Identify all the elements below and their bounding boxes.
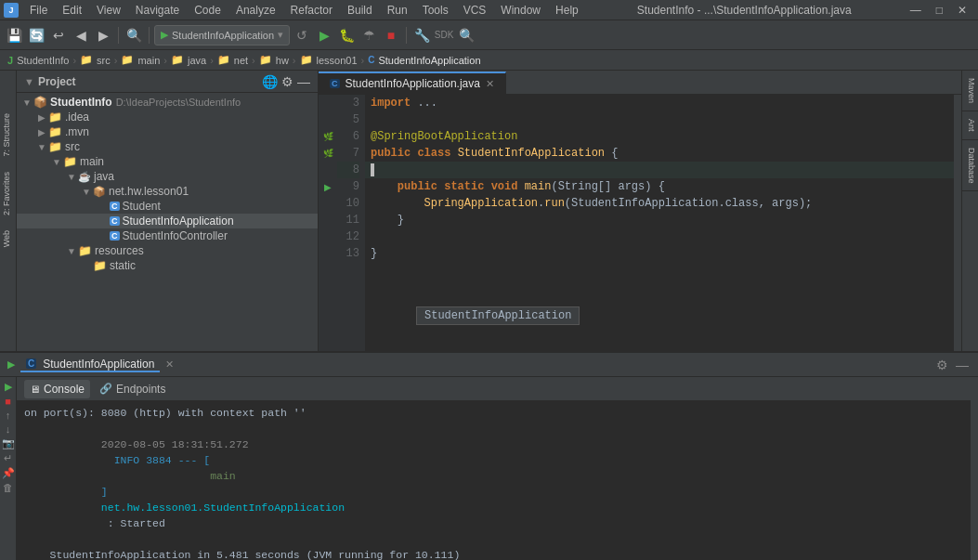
toolbar-stop-btn[interactable]: ■ (381, 25, 401, 46)
panel-add-btn[interactable]: 🌐 (262, 74, 278, 89)
code-line-13: } (371, 245, 954, 262)
tree-label-sia: StudentInfoApplication (123, 215, 234, 228)
tree-item-idea[interactable]: ▶ 📁 .idea (17, 110, 318, 124)
right-tab-ant[interactable]: Ant (962, 111, 978, 140)
tab-endpoints[interactable]: 🔗 Endpoints (94, 380, 171, 398)
menu-vcs[interactable]: VCS (456, 2, 494, 19)
console-wrap[interactable]: ↵ (4, 452, 12, 464)
minimize-button[interactable]: — (903, 2, 929, 19)
toolbar-save[interactable]: 💾 (4, 25, 24, 46)
console-scroll-down[interactable]: ↓ (6, 423, 11, 435)
panel-title: Project (38, 75, 76, 88)
run-tab[interactable]: C StudentInfoApplication (20, 358, 160, 372)
console-tabs: 🖥 Console 🔗 Endpoints (17, 377, 971, 401)
toolbar-debug-btn[interactable]: 🐛 (336, 25, 357, 46)
line-numbers: 3 5 6 7 8 9 10 11 12 13 (337, 95, 365, 351)
tree-label-student: Student (123, 200, 161, 213)
toolbar-sdk[interactable]: SDK (434, 25, 454, 46)
console-pin[interactable]: 📌 (2, 467, 15, 479)
console-snapshot[interactable]: 📷 (2, 437, 15, 449)
breadcrumb-java[interactable]: java (188, 55, 206, 66)
popup-text: StudentInfoApplication (424, 309, 571, 322)
panel-settings-btn[interactable]: ⚙ (281, 74, 293, 89)
menu-refactor[interactable]: Refactor (283, 2, 340, 19)
code-line-6: @SpringBootApplication (371, 128, 954, 145)
menu-view[interactable]: View (89, 2, 128, 19)
console-stop-btn[interactable]: ■ (5, 396, 11, 407)
tree-item-resources[interactable]: ▼ 📁 resources (17, 243, 318, 258)
tree-item-mvn[interactable]: ▶ 📁 .mvn (17, 124, 318, 139)
toolbar-sync[interactable]: 🔄 (26, 25, 46, 46)
menu-edit[interactable]: Edit (55, 2, 89, 19)
side-tab-web[interactable]: Web (0, 225, 17, 253)
tree-item-java[interactable]: ▼ ☕ java (17, 169, 318, 184)
console-scrollbar[interactable] (971, 377, 978, 560)
breadcrumb-studentinfo[interactable]: StudentInfo (17, 55, 69, 66)
breadcrumb-class[interactable]: StudentInfoApplication (378, 55, 480, 66)
side-tab-favorites[interactable]: 2: Favorites (0, 166, 17, 221)
panel-settings-icon[interactable]: ⚙ (933, 358, 950, 372)
java-file-icon: C (330, 79, 340, 88)
menu-help[interactable]: Help (548, 2, 586, 19)
folder-java-icon: ☕ (78, 171, 91, 183)
toolbar-wrench[interactable]: 🔧 (411, 25, 432, 46)
breadcrumb-main[interactable]: main (137, 55, 160, 66)
breadcrumb-net[interactable]: net (234, 55, 248, 66)
tree-item-controller[interactable]: C StudentInfoController (17, 228, 318, 243)
folder-main-icon: 📁 (63, 155, 77, 168)
tab-close-icon[interactable]: ✕ (486, 78, 494, 90)
tree-label-src: src (65, 140, 80, 153)
toolbar-coverage-btn[interactable]: ☂ (359, 25, 379, 46)
toolbar: 💾 🔄 ↩ ◀ ▶ 🔍 ▶ StudentInfoApplication ▾ ↺… (0, 20, 978, 50)
toolbar-back[interactable]: ◀ (71, 25, 91, 46)
toolbar-undo[interactable]: ↩ (48, 25, 69, 46)
tree-item-src[interactable]: ▼ 📁 src (17, 139, 318, 154)
console-run-btn[interactable]: ▶ (5, 381, 12, 393)
tree-item-studentinfoapplication[interactable]: C StudentInfoApplication (17, 214, 318, 228)
menu-window[interactable]: Window (493, 2, 548, 19)
console-scroll-up[interactable]: ↑ (6, 410, 11, 421)
run-tab-close[interactable]: ✕ (165, 358, 174, 371)
project-collapse-icon[interactable]: ▼ (24, 76, 34, 87)
menu-run[interactable]: Run (380, 2, 415, 19)
panel-minimize-icon[interactable]: — (954, 358, 971, 372)
tab-console[interactable]: 🖥 Console (24, 380, 90, 398)
run-gutter-6[interactable]: 🌿 (323, 132, 333, 141)
tree-item-static[interactable]: 📁 static (17, 258, 318, 273)
editor-scrollbar[interactable] (954, 95, 961, 351)
tree-item-student[interactable]: C Student (17, 199, 318, 214)
editor-tab-main[interactable]: C StudentInfoApplication.java ✕ (319, 72, 506, 94)
run-config-dropdown[interactable]: ▶ StudentInfoApplication ▾ (154, 25, 290, 46)
toolbar-run-btn[interactable]: ▶ (314, 25, 334, 46)
menu-code[interactable]: Code (187, 2, 228, 19)
close-button[interactable]: ✕ (950, 2, 974, 19)
toolbar-search[interactable]: 🔍 (124, 25, 144, 46)
maximize-button[interactable]: □ (929, 2, 950, 19)
code-line-5 (371, 111, 954, 128)
breadcrumb-lesson01[interactable]: lesson01 (317, 55, 358, 66)
right-tab-maven[interactable]: Maven (962, 71, 978, 111)
tree-item-main[interactable]: ▼ 📁 main (17, 154, 318, 169)
toolbar-refresh[interactable]: ↺ (292, 25, 312, 46)
menu-navigate[interactable]: Navigate (128, 2, 187, 19)
bottom-panel: ▶ C StudentInfoApplication ✕ ⚙ — ▶ ■ ↑ ↓… (0, 351, 978, 560)
console-clear[interactable]: 🗑 (3, 482, 13, 493)
toolbar-search2[interactable]: 🔍 (456, 25, 476, 46)
menu-analyze[interactable]: Analyze (228, 2, 283, 19)
menu-build[interactable]: Build (340, 2, 380, 19)
right-tab-database[interactable]: Database (962, 140, 978, 192)
project-tree: ▼ 📦 StudentInfo D:\IdeaProjects\StudentI… (17, 93, 318, 351)
panel-hide-btn[interactable]: — (297, 74, 310, 89)
breadcrumb-src[interactable]: src (97, 55, 111, 66)
tree-item-package[interactable]: ▼ 📦 net.hw.lesson01 (17, 184, 318, 199)
tree-label-package: net.hw.lesson01 (109, 185, 189, 198)
menu-file[interactable]: File (22, 2, 55, 19)
tree-item-root[interactable]: ▼ 📦 StudentInfo D:\IdeaProjects\StudentI… (17, 95, 318, 110)
menu-items: File Edit View Navigate Code Analyze Ref… (22, 2, 586, 19)
run-gutter-9[interactable]: ▶ (324, 182, 332, 192)
side-tab-structure[interactable]: 7: Structure (0, 108, 17, 163)
menu-tools[interactable]: Tools (415, 2, 456, 19)
toolbar-forward[interactable]: ▶ (93, 25, 113, 46)
breadcrumb-hw[interactable]: hw (276, 55, 289, 66)
run-gutter-7[interactable]: 🌿 (323, 149, 333, 158)
